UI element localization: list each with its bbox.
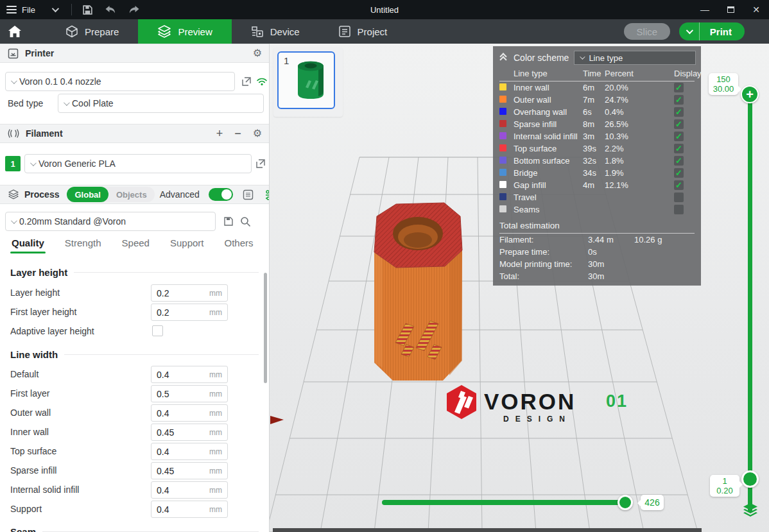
display-checkbox[interactable]: ✓ — [674, 83, 684, 92]
filament-slot-badge[interactable]: 1 — [5, 156, 21, 171]
layer-slider-add-handle[interactable]: + — [741, 85, 759, 103]
filament-preset-chevron-down-icon — [30, 160, 37, 166]
horizontal-slider-track[interactable] — [382, 500, 632, 505]
tab-project[interactable]: Project — [319, 19, 407, 44]
line-width-input[interactable]: 0.45 mm — [151, 462, 228, 479]
line-width-input[interactable]: 0.4 mm — [151, 501, 228, 518]
layer-slider-track[interactable] — [748, 96, 752, 512]
total-row: Filament: 3.44 m 10.26 g — [493, 234, 701, 246]
file-menu[interactable]: File — [22, 5, 35, 15]
close-button[interactable]: ✕ — [743, 0, 769, 19]
tune-params-icon[interactable] — [264, 188, 270, 201]
display-checkbox[interactable]: ✓ — [674, 119, 684, 129]
home-button[interactable] — [0, 19, 30, 44]
printer-wifi-icon[interactable] — [255, 75, 268, 88]
print-dropdown-chevron-icon[interactable] — [679, 22, 700, 40]
line-type-time: 39s — [583, 144, 605, 153]
setting-label: Support — [10, 504, 42, 514]
setting-unit: mm — [209, 409, 222, 418]
adaptive-layer-height-checkbox[interactable] — [152, 325, 163, 336]
line-width-input[interactable]: 0.4 mm — [151, 443, 228, 460]
display-checkbox[interactable]: ✓ — [674, 180, 684, 190]
printer-preset-chevron-down-icon — [11, 78, 17, 84]
total-value-1: 30m — [588, 259, 634, 269]
setting-row: Default 0.4 mm — [0, 366, 270, 384]
display-checkbox[interactable]: ✓ — [674, 132, 684, 141]
plate-logo-subword: DESIGN — [503, 415, 571, 424]
process-tab[interactable]: Others — [225, 237, 254, 253]
titlebar-divider — [71, 4, 72, 15]
line-type-color-chip — [499, 144, 506, 151]
maximize-button[interactable] — [718, 0, 743, 19]
view-mode-select[interactable]: Line type — [574, 51, 696, 65]
save-preset-icon[interactable] — [222, 215, 235, 228]
process-section-header: Process Global Objects Advanced — [0, 185, 270, 204]
tab-prepare[interactable]: Prepare — [46, 19, 138, 44]
process-tab[interactable]: Quality — [12, 237, 44, 253]
minimize-button[interactable]: — — [692, 0, 718, 19]
display-checkbox[interactable]: ✓ — [674, 205, 684, 214]
filament-edit-icon[interactable] — [254, 157, 267, 170]
filament-settings-gear-icon[interactable]: ⚙ — [253, 128, 262, 139]
line-type-label: Travel — [514, 193, 583, 202]
display-checkbox[interactable]: ✓ — [674, 168, 684, 178]
filament-preset-select[interactable]: Voron Generic PLA — [24, 154, 252, 173]
display-checkbox[interactable]: ✓ — [674, 156, 684, 166]
plate-thumbnail[interactable]: 1 — [277, 51, 335, 109]
legend-row: Outer wall 7m 24.7% ✓ — [493, 94, 701, 106]
process-tab[interactable]: Strength — [65, 237, 101, 253]
setting-value: 0.45 — [157, 466, 174, 476]
line-width-input[interactable]: 0.4 mm — [151, 366, 228, 383]
filament-add-icon[interactable]: + — [216, 127, 223, 141]
line-width-input[interactable]: 0.4 mm — [151, 404, 228, 422]
process-scope-toggle[interactable]: Global Objects — [67, 187, 154, 202]
setting-row: First layer 0.5 mm — [0, 385, 270, 403]
tab-preview[interactable]: Preview — [138, 19, 231, 44]
layer-height-input[interactable]: 0.2 mm — [151, 284, 228, 302]
setting-row: First layer height 0.2 mm — [0, 304, 270, 322]
list-view-icon[interactable] — [242, 188, 255, 201]
save-icon[interactable] — [81, 3, 95, 16]
redo-icon[interactable] — [127, 3, 141, 16]
scope-segment[interactable]: Global — [67, 187, 108, 202]
advanced-toggle[interactable] — [209, 188, 233, 201]
legend-row: Top surface 39s 2.2% ✓ — [493, 142, 701, 155]
setting-row: Layer height 0.2 mm — [0, 284, 270, 302]
process-preset-select[interactable]: 0.20mm Standard @Voron — [5, 212, 216, 231]
printer-icon — [8, 48, 19, 59]
search-icon[interactable] — [239, 215, 252, 228]
layers-view-icon[interactable] — [742, 502, 759, 518]
line-width-input[interactable]: 0.5 mm — [151, 385, 228, 402]
tab-device[interactable]: Device — [232, 19, 319, 44]
file-menu-chevron-down-icon[interactable] — [52, 5, 59, 12]
display-checkbox[interactable]: ✓ — [674, 107, 684, 117]
collapse-panel-icon[interactable] — [499, 54, 508, 62]
layer-slider-bottom-handle[interactable] — [741, 470, 759, 488]
setting-label: Sparse infill — [10, 465, 56, 476]
line-width-input[interactable]: 0.45 mm — [151, 424, 228, 441]
display-checkbox[interactable]: ✓ — [674, 95, 684, 105]
process-preset-value: 0.20mm Standard @Voron — [19, 216, 126, 227]
sidebar-scrollbar[interactable] — [264, 273, 267, 383]
filament-section-header: Filament + − ⚙ — [0, 124, 270, 143]
filament-remove-icon[interactable]: − — [234, 127, 241, 141]
printer-preset-select[interactable]: Voron 0.1 0.4 nozzle — [5, 72, 235, 91]
first-layer-height-input[interactable]: 0.2 mm — [151, 304, 228, 321]
process-tab[interactable]: Support — [170, 237, 204, 253]
print-button[interactable]: Print — [679, 22, 745, 40]
line-width-input[interactable]: 0.4 mm — [151, 481, 228, 499]
scope-segment[interactable]: Objects — [108, 187, 155, 202]
printer-settings-gear-icon[interactable]: ⚙ — [253, 48, 262, 58]
slice-button[interactable]: Slice — [624, 23, 670, 40]
printer-edit-icon[interactable] — [240, 75, 253, 88]
process-preset-chevron-down-icon — [11, 218, 17, 224]
menu-icon[interactable] — [6, 6, 17, 13]
display-checkbox[interactable]: ✓ — [674, 144, 684, 153]
bed-type-select[interactable]: Cool Plate — [58, 94, 264, 113]
display-checkbox[interactable]: ✓ — [674, 193, 684, 202]
setting-label: First layer — [10, 388, 49, 399]
setting-label: First layer height — [10, 307, 76, 317]
undo-icon[interactable] — [104, 3, 118, 16]
process-tab[interactable]: Speed — [122, 237, 150, 253]
horizontal-slider-handle[interactable] — [618, 495, 633, 510]
